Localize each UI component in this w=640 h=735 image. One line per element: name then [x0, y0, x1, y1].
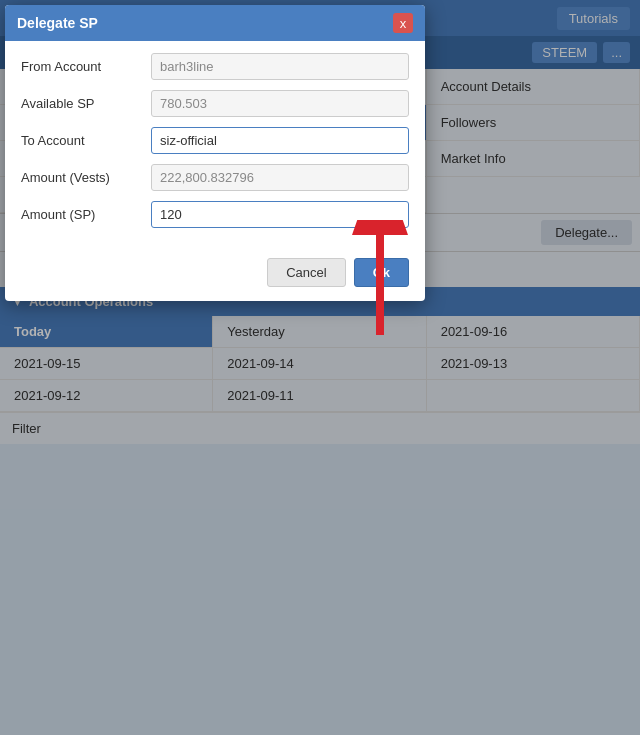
available-sp-row: Available SP [21, 90, 409, 117]
to-account-label: To Account [21, 133, 151, 148]
delegate-sp-modal: Delegate SP x From Account Available SP … [5, 5, 425, 301]
amount-sp-row: Amount (SP) [21, 201, 409, 228]
to-account-input[interactable] [151, 127, 409, 154]
from-account-label: From Account [21, 59, 151, 74]
modal-overlay: Delegate SP x From Account Available SP … [0, 0, 640, 735]
modal-footer: Cancel Ok [5, 250, 425, 301]
amount-vests-input[interactable] [151, 164, 409, 191]
from-account-row: From Account [21, 53, 409, 80]
modal-body: From Account Available SP To Account Amo… [5, 41, 425, 250]
available-sp-label: Available SP [21, 96, 151, 111]
amount-sp-input[interactable] [151, 201, 409, 228]
amount-vests-row: Amount (Vests) [21, 164, 409, 191]
modal-header: Delegate SP x [5, 5, 425, 41]
modal-close-button[interactable]: x [393, 13, 413, 33]
from-account-input[interactable] [151, 53, 409, 80]
modal-title: Delegate SP [17, 15, 98, 31]
to-account-row: To Account [21, 127, 409, 154]
ok-button[interactable]: Ok [354, 258, 409, 287]
amount-sp-label: Amount (SP) [21, 207, 151, 222]
available-sp-input[interactable] [151, 90, 409, 117]
cancel-button[interactable]: Cancel [267, 258, 345, 287]
amount-vests-label: Amount (Vests) [21, 170, 151, 185]
